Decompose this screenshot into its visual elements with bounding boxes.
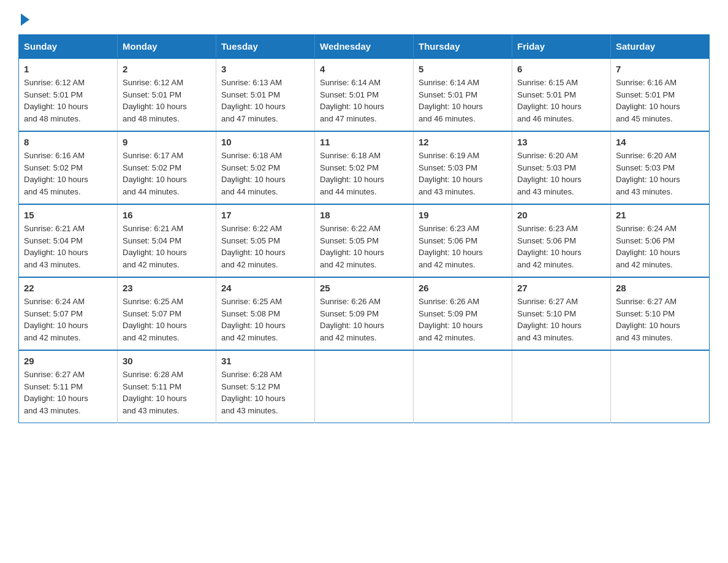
calendar-table: SundayMondayTuesdayWednesdayThursdayFrid… xyxy=(18,34,710,423)
day-number: 11 xyxy=(320,137,408,147)
calendar-day-cell: 20 Sunrise: 6:23 AMSunset: 5:06 PMDaylig… xyxy=(512,204,611,277)
day-info: Sunrise: 6:19 AMSunset: 5:03 PMDaylight:… xyxy=(419,151,483,196)
day-number: 28 xyxy=(616,283,704,293)
calendar-week-row: 1 Sunrise: 6:12 AMSunset: 5:01 PMDayligh… xyxy=(19,58,710,131)
day-info: Sunrise: 6:27 AMSunset: 5:10 PMDaylight:… xyxy=(517,297,582,342)
day-number: 14 xyxy=(616,137,704,147)
day-info: Sunrise: 6:28 AMSunset: 5:12 PMDaylight:… xyxy=(221,370,286,415)
calendar-week-row: 8 Sunrise: 6:16 AMSunset: 5:02 PMDayligh… xyxy=(19,131,710,204)
day-info: Sunrise: 6:20 AMSunset: 5:03 PMDaylight:… xyxy=(517,151,582,196)
calendar-day-cell xyxy=(315,350,414,423)
day-number: 20 xyxy=(517,210,605,220)
calendar-day-cell: 17 Sunrise: 6:22 AMSunset: 5:05 PMDaylig… xyxy=(216,204,315,277)
day-number: 31 xyxy=(221,356,309,366)
calendar-week-row: 22 Sunrise: 6:24 AMSunset: 5:07 PMDaylig… xyxy=(19,277,710,350)
logo-top xyxy=(18,12,29,26)
header-day-saturday: Saturday xyxy=(611,35,710,59)
day-number: 1 xyxy=(24,64,112,74)
calendar-day-cell: 24 Sunrise: 6:25 AMSunset: 5:08 PMDaylig… xyxy=(216,277,315,350)
calendar-day-cell: 18 Sunrise: 6:22 AMSunset: 5:05 PMDaylig… xyxy=(315,204,414,277)
day-info: Sunrise: 6:21 AMSunset: 5:04 PMDaylight:… xyxy=(24,224,88,269)
calendar-day-cell: 16 Sunrise: 6:21 AMSunset: 5:04 PMDaylig… xyxy=(118,204,216,277)
day-number: 2 xyxy=(123,64,211,74)
day-info: Sunrise: 6:12 AMSunset: 5:01 PMDaylight:… xyxy=(24,78,88,123)
calendar-day-cell xyxy=(414,350,512,423)
day-info: Sunrise: 6:15 AMSunset: 5:01 PMDaylight:… xyxy=(517,78,582,123)
day-info: Sunrise: 6:23 AMSunset: 5:06 PMDaylight:… xyxy=(419,224,483,269)
calendar-day-cell: 21 Sunrise: 6:24 AMSunset: 5:06 PMDaylig… xyxy=(611,204,710,277)
calendar-day-cell: 23 Sunrise: 6:25 AMSunset: 5:07 PMDaylig… xyxy=(118,277,216,350)
calendar-day-cell: 28 Sunrise: 6:27 AMSunset: 5:10 PMDaylig… xyxy=(611,277,710,350)
calendar-day-cell: 25 Sunrise: 6:26 AMSunset: 5:09 PMDaylig… xyxy=(315,277,414,350)
day-number: 13 xyxy=(517,137,605,147)
calendar-day-cell: 13 Sunrise: 6:20 AMSunset: 5:03 PMDaylig… xyxy=(512,131,611,204)
logo-arrow-icon xyxy=(21,13,29,26)
calendar-day-cell: 11 Sunrise: 6:18 AMSunset: 5:02 PMDaylig… xyxy=(315,131,414,204)
calendar-day-cell: 2 Sunrise: 6:12 AMSunset: 5:01 PMDayligh… xyxy=(118,58,216,131)
calendar-day-cell: 5 Sunrise: 6:14 AMSunset: 5:01 PMDayligh… xyxy=(414,58,512,131)
day-info: Sunrise: 6:26 AMSunset: 5:09 PMDaylight:… xyxy=(320,297,384,342)
day-info: Sunrise: 6:24 AMSunset: 5:06 PMDaylight:… xyxy=(616,224,680,269)
day-info: Sunrise: 6:13 AMSunset: 5:01 PMDaylight:… xyxy=(221,78,286,123)
calendar-week-row: 15 Sunrise: 6:21 AMSunset: 5:04 PMDaylig… xyxy=(19,204,710,277)
day-number: 8 xyxy=(24,137,112,147)
day-number: 27 xyxy=(517,283,605,293)
calendar-week-row: 29 Sunrise: 6:27 AMSunset: 5:11 PMDaylig… xyxy=(19,350,710,423)
calendar-day-cell: 12 Sunrise: 6:19 AMSunset: 5:03 PMDaylig… xyxy=(414,131,512,204)
day-info: Sunrise: 6:28 AMSunset: 5:11 PMDaylight:… xyxy=(123,370,187,415)
day-number: 16 xyxy=(123,210,211,220)
calendar-day-cell: 1 Sunrise: 6:12 AMSunset: 5:01 PMDayligh… xyxy=(19,58,118,131)
logo xyxy=(18,12,29,23)
day-info: Sunrise: 6:12 AMSunset: 5:01 PMDaylight:… xyxy=(123,78,187,123)
day-number: 12 xyxy=(419,137,507,147)
day-number: 3 xyxy=(221,64,309,74)
day-number: 29 xyxy=(24,356,112,366)
day-info: Sunrise: 6:27 AMSunset: 5:10 PMDaylight:… xyxy=(616,297,680,342)
day-number: 9 xyxy=(123,137,211,147)
day-info: Sunrise: 6:22 AMSunset: 5:05 PMDaylight:… xyxy=(320,224,384,269)
day-info: Sunrise: 6:14 AMSunset: 5:01 PMDaylight:… xyxy=(320,78,384,123)
day-info: Sunrise: 6:26 AMSunset: 5:09 PMDaylight:… xyxy=(419,297,483,342)
day-info: Sunrise: 6:20 AMSunset: 5:03 PMDaylight:… xyxy=(616,151,680,196)
day-info: Sunrise: 6:14 AMSunset: 5:01 PMDaylight:… xyxy=(419,78,483,123)
page-header xyxy=(18,12,710,23)
day-number: 25 xyxy=(320,283,408,293)
day-number: 18 xyxy=(320,210,408,220)
calendar-day-cell: 15 Sunrise: 6:21 AMSunset: 5:04 PMDaylig… xyxy=(19,204,118,277)
calendar-day-cell: 8 Sunrise: 6:16 AMSunset: 5:02 PMDayligh… xyxy=(19,131,118,204)
calendar-day-cell: 29 Sunrise: 6:27 AMSunset: 5:11 PMDaylig… xyxy=(19,350,118,423)
header-day-sunday: Sunday xyxy=(19,35,118,59)
calendar-day-cell: 26 Sunrise: 6:26 AMSunset: 5:09 PMDaylig… xyxy=(414,277,512,350)
calendar-day-cell: 31 Sunrise: 6:28 AMSunset: 5:12 PMDaylig… xyxy=(216,350,315,423)
day-number: 7 xyxy=(616,64,704,74)
calendar-day-cell: 9 Sunrise: 6:17 AMSunset: 5:02 PMDayligh… xyxy=(118,131,216,204)
calendar-day-cell: 14 Sunrise: 6:20 AMSunset: 5:03 PMDaylig… xyxy=(611,131,710,204)
day-number: 22 xyxy=(24,283,112,293)
header-day-wednesday: Wednesday xyxy=(315,35,414,59)
calendar-day-cell: 10 Sunrise: 6:18 AMSunset: 5:02 PMDaylig… xyxy=(216,131,315,204)
calendar-day-cell: 19 Sunrise: 6:23 AMSunset: 5:06 PMDaylig… xyxy=(414,204,512,277)
day-info: Sunrise: 6:25 AMSunset: 5:07 PMDaylight:… xyxy=(123,297,187,342)
day-info: Sunrise: 6:27 AMSunset: 5:11 PMDaylight:… xyxy=(24,370,88,415)
day-info: Sunrise: 6:17 AMSunset: 5:02 PMDaylight:… xyxy=(123,151,187,196)
day-number: 26 xyxy=(419,283,507,293)
header-day-thursday: Thursday xyxy=(414,35,512,59)
calendar-day-cell: 22 Sunrise: 6:24 AMSunset: 5:07 PMDaylig… xyxy=(19,277,118,350)
day-number: 15 xyxy=(24,210,112,220)
day-info: Sunrise: 6:22 AMSunset: 5:05 PMDaylight:… xyxy=(221,224,286,269)
calendar-day-cell: 27 Sunrise: 6:27 AMSunset: 5:10 PMDaylig… xyxy=(512,277,611,350)
day-info: Sunrise: 6:18 AMSunset: 5:02 PMDaylight:… xyxy=(320,151,384,196)
calendar-day-cell xyxy=(512,350,611,423)
calendar-header-row: SundayMondayTuesdayWednesdayThursdayFrid… xyxy=(19,35,710,59)
calendar-day-cell: 3 Sunrise: 6:13 AMSunset: 5:01 PMDayligh… xyxy=(216,58,315,131)
day-info: Sunrise: 6:16 AMSunset: 5:01 PMDaylight:… xyxy=(616,78,680,123)
calendar-day-cell: 4 Sunrise: 6:14 AMSunset: 5:01 PMDayligh… xyxy=(315,58,414,131)
header-day-tuesday: Tuesday xyxy=(216,35,315,59)
day-number: 23 xyxy=(123,283,211,293)
day-info: Sunrise: 6:21 AMSunset: 5:04 PMDaylight:… xyxy=(123,224,187,269)
calendar-day-cell: 6 Sunrise: 6:15 AMSunset: 5:01 PMDayligh… xyxy=(512,58,611,131)
day-info: Sunrise: 6:24 AMSunset: 5:07 PMDaylight:… xyxy=(24,297,88,342)
day-number: 6 xyxy=(517,64,605,74)
day-number: 5 xyxy=(419,64,507,74)
day-number: 21 xyxy=(616,210,704,220)
